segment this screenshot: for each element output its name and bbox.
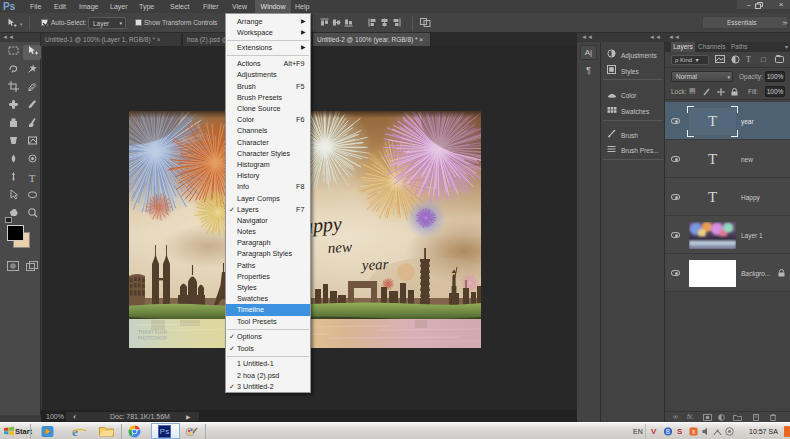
svg-text:B: B (666, 428, 670, 435)
